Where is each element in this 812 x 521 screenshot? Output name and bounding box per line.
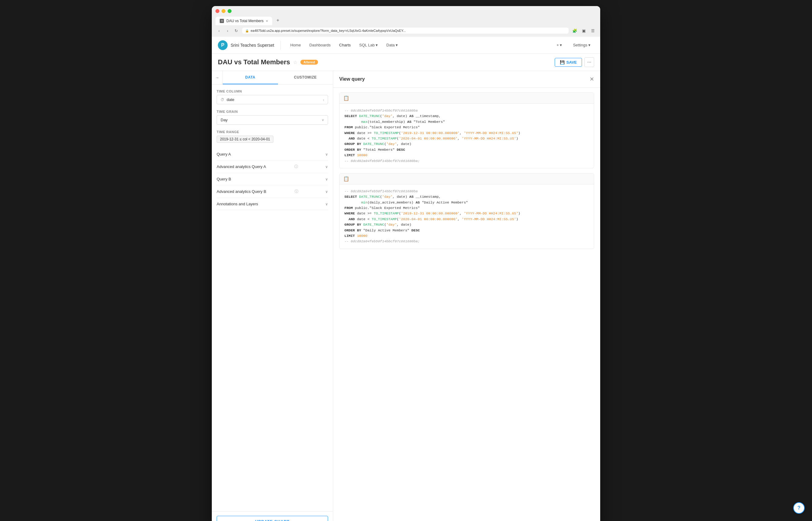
browser-chrome: ⟲ DAU vs Total Members × + — [212, 6, 600, 25]
tab-data[interactable]: DATA — [223, 71, 278, 84]
nav-divider — [280, 41, 281, 50]
new-tab-btn[interactable]: + — [273, 16, 283, 25]
main-layout: → DATA CUSTOMIZE TIME COLUMN ⏱ date › — [212, 71, 600, 521]
view-query-title: View query — [339, 76, 365, 82]
time-column-select[interactable]: ⏱ date › — [217, 95, 328, 104]
copy-button-1[interactable]: 📋 — [343, 95, 349, 101]
brand: P Srini Teaches Superset — [218, 40, 274, 50]
time-range-label: TIME RANGE — [217, 130, 328, 134]
time-column-section: TIME COLUMN ⏱ date › — [217, 89, 328, 104]
query-code-1: -- 6dcd92a04feb50f14bbcf07c661680ba SELE… — [339, 104, 594, 168]
save-label: SAVE — [567, 60, 577, 65]
altered-badge: Altered — [301, 60, 318, 65]
favorite-icon[interactable]: ☆ — [293, 60, 298, 65]
browser-icons: 🧩 ▣ ☰ — [571, 27, 596, 34]
app-container: P Srini Teaches Superset Home Dashboards… — [212, 37, 600, 521]
nav-charts[interactable]: Charts — [336, 41, 354, 49]
query-block-1: 📋 -- 6dcd92a04feb50f14bbcf07c661680ba SE… — [339, 92, 594, 168]
time-range-badge[interactable]: 2019-12-31 ≤ col < 2020-04-01 — [217, 136, 273, 143]
query-a-section: Query A ∨ — [217, 148, 328, 160]
extensions-icon[interactable]: 🧩 — [571, 27, 578, 34]
brand-logo: P — [218, 40, 227, 50]
browser-window: ⟲ DAU vs Total Members × + ‹ › ↻ 🔒 ea487… — [212, 6, 600, 521]
tab-title: DAU vs Total Members — [226, 19, 263, 23]
time-grain-value: Day — [221, 118, 227, 122]
copy-button-2[interactable]: 📋 — [343, 176, 349, 181]
sidebar: → DATA CUSTOMIZE TIME COLUMN ⏱ date › — [212, 71, 333, 521]
url-text: ea4875dd.us2a.app.preset.io/superset/exp… — [250, 29, 406, 32]
nav-right: + ▾ Settings ▾ — [553, 41, 594, 49]
nav-buttons: ‹ › ↻ — [216, 27, 240, 34]
help-button[interactable]: ? — [793, 502, 805, 514]
tab-bar: ⟲ DAU vs Total Members × + — [216, 16, 596, 25]
chevron-down-icon: ∨ — [325, 152, 328, 157]
time-column-value: date — [227, 97, 234, 102]
top-nav: P Srini Teaches Superset Home Dashboards… — [212, 37, 600, 54]
advanced-analytics-a-header[interactable]: Advanced analytics Query A ⓘ ∨ — [217, 164, 328, 169]
view-query-header: View query ✕ — [333, 71, 600, 88]
advanced-analytics-a-label: Advanced analytics Query A — [217, 164, 266, 169]
time-range-section: TIME RANGE 2019-12-31 ≤ col < 2020-04-01 — [217, 130, 328, 143]
save-icon: 💾 — [560, 60, 565, 65]
advanced-analytics-b-section: Advanced analytics Query B ⓘ ∨ — [217, 185, 328, 198]
time-column-label: TIME COLUMN — [217, 89, 328, 93]
more-options-button[interactable]: ··· — [585, 57, 594, 67]
advanced-analytics-b-header[interactable]: Advanced analytics Query B ⓘ ∨ — [217, 189, 328, 194]
advanced-analytics-a-section: Advanced analytics Query A ⓘ ∨ — [217, 160, 328, 173]
save-button[interactable]: 💾 SAVE — [555, 58, 582, 67]
query-code-2: -- 6dcd92a04feb50f14bbcf07c661680ba SELE… — [339, 184, 594, 249]
maximize-traffic-light[interactable] — [227, 9, 232, 13]
query-block-2: 📋 -- 6dcd92a04feb50f14bbcf07c661680ba SE… — [339, 173, 594, 249]
chevron-down-icon: ∨ — [325, 177, 328, 181]
tab-close-btn[interactable]: × — [266, 19, 268, 23]
nav-home[interactable]: Home — [287, 41, 305, 49]
lock-icon: 🔒 — [245, 29, 249, 32]
back-btn[interactable]: ‹ — [216, 27, 223, 34]
chevron-down-icon: ∨ — [325, 165, 328, 169]
query-a-header[interactable]: Query A ∨ — [217, 152, 328, 157]
tab-favicon: ⟲ — [220, 19, 224, 23]
time-grain-label: TIME GRAIN — [217, 110, 328, 113]
nav-settings-btn[interactable]: Settings ▾ — [569, 41, 594, 49]
sidebar-content: TIME COLUMN ⏱ date › TIME GRAIN Day ∨ — [212, 85, 333, 511]
nav-links: Home Dashboards Charts SQL Lab ▾ Data ▾ — [287, 41, 547, 49]
query-block-1-header: 📋 — [339, 93, 594, 104]
refresh-btn[interactable]: ↻ — [233, 27, 240, 34]
minimize-traffic-light[interactable] — [221, 9, 225, 13]
time-grain-section: TIME GRAIN Day ∨ — [217, 110, 328, 124]
page-header: DAU vs Total Members ☆ Altered 💾 SAVE ··… — [212, 54, 600, 71]
info-icon: ⓘ — [294, 189, 298, 194]
nav-sql-lab[interactable]: SQL Lab ▾ — [356, 41, 381, 49]
nav-data[interactable]: Data ▾ — [382, 41, 401, 49]
forward-btn[interactable]: › — [224, 27, 231, 34]
brand-name: Srini Teaches Superset — [231, 43, 274, 48]
active-tab[interactable]: ⟲ DAU vs Total Members × — [216, 17, 272, 25]
menu-icon[interactable]: ☰ — [589, 27, 596, 34]
page-title: DAU vs Total Members — [218, 58, 290, 66]
time-grain-select[interactable]: Day ∨ — [217, 115, 328, 124]
query-block-2-header: 📋 — [339, 174, 594, 184]
nav-add-btn[interactable]: + ▾ — [553, 41, 566, 49]
sidebar-collapse-btn[interactable]: → — [212, 71, 223, 84]
view-query-panel: View query ✕ 📋 -- 6dcd92a04feb50f14bbcf0… — [333, 71, 600, 521]
view-query-content: 📋 -- 6dcd92a04feb50f14bbcf07c661680ba SE… — [333, 88, 600, 521]
tab-customize[interactable]: CUSTOMIZE — [278, 71, 333, 84]
profile-icon[interactable]: ▣ — [580, 27, 588, 34]
info-icon: ⓘ — [294, 164, 298, 169]
close-button[interactable]: ✕ — [590, 76, 594, 83]
address-bar-row: ‹ › ↻ 🔒 ea4875dd.us2a.app.preset.io/supe… — [212, 25, 600, 37]
chevron-down-icon: ∨ — [325, 189, 328, 194]
annotations-label: Annotations and Layers — [217, 202, 258, 206]
sidebar-footer: UPDATE CHART — [212, 511, 333, 521]
update-chart-button[interactable]: UPDATE CHART — [217, 516, 328, 521]
nav-dashboards[interactable]: Dashboards — [306, 41, 334, 49]
address-bar[interactable]: 🔒 ea4875dd.us2a.app.preset.io/superset/e… — [242, 28, 569, 33]
clock-icon: ⏱ — [221, 98, 224, 102]
query-b-header[interactable]: Query B ∨ — [217, 177, 328, 181]
annotations-header[interactable]: Annotations and Layers ∨ — [217, 202, 328, 206]
sidebar-tabs: → DATA CUSTOMIZE — [212, 71, 333, 85]
header-right: 💾 SAVE ··· — [555, 57, 594, 67]
advanced-analytics-b-label: Advanced analytics Query B — [217, 189, 266, 194]
close-traffic-light[interactable] — [216, 9, 219, 13]
query-b-section: Query B ∨ — [217, 173, 328, 185]
